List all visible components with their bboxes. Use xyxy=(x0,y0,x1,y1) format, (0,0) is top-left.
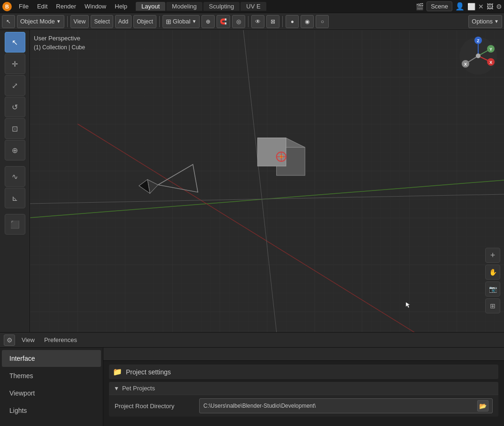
ortho-view-button[interactable]: ⊞ xyxy=(485,298,500,313)
svg-text:X: X xyxy=(464,62,467,67)
prefs-group-header[interactable]: ▼ Pet Projects xyxy=(109,382,498,395)
workspace-tabs: Layout Modeling Sculpting UV E xyxy=(136,2,266,11)
bottom-view-button[interactable]: View xyxy=(19,335,38,344)
prefs-scroll-top xyxy=(103,348,504,361)
sidebar-item-themes[interactable]: Themes xyxy=(2,367,101,384)
mode-select-icon[interactable]: ↖ xyxy=(2,15,15,28)
prefs-section-title: Project settings xyxy=(126,368,171,376)
navigation-gizmo[interactable]: Z Y X X xyxy=(457,35,499,77)
preferences-content: Interface Themes Viewport Lights 📁 Proje… xyxy=(0,348,504,426)
menu-file[interactable]: File xyxy=(15,2,32,11)
object-button[interactable]: Object xyxy=(133,15,156,28)
blender-logo-icon: B xyxy=(2,1,12,12)
dropdown-arrow-icon: ▼ xyxy=(56,19,61,24)
viewport[interactable]: User Perspective (1) Collection | Cube Z… xyxy=(30,30,504,332)
settings-icon[interactable]: ⚙ xyxy=(496,3,502,10)
global-label: Global xyxy=(173,18,191,25)
view-button[interactable]: View xyxy=(70,15,89,28)
project-root-label: Project Root Directory xyxy=(115,403,199,410)
tab-layout[interactable]: Layout xyxy=(136,2,165,11)
toolbar-bar: ↖ Object Mode ▼ View Select Add Object ⊞… xyxy=(0,13,504,30)
camera-view-button[interactable]: 📷 xyxy=(485,281,500,297)
tab-uv-editor[interactable]: UV E xyxy=(240,2,266,11)
collection-label: (1) Collection | Cube xyxy=(34,43,85,52)
separator-3 xyxy=(248,16,248,27)
transform-icon: ⊞ xyxy=(166,18,171,25)
shading-material-icon[interactable]: ◉ xyxy=(301,15,314,28)
sidebar-item-interface[interactable]: Interface xyxy=(2,350,101,367)
pan-button[interactable]: ✋ xyxy=(485,265,500,280)
top-menu-bar: B File Edit Render Window Help Layout Mo… xyxy=(0,0,504,13)
select-button[interactable]: Select xyxy=(91,15,113,28)
separator-1 xyxy=(67,16,68,27)
scene-name-icon: 🎬 xyxy=(416,3,424,10)
annotate-tool-button[interactable]: ∿ xyxy=(5,166,25,187)
overlay-icon[interactable]: 👁 xyxy=(251,15,264,28)
sidebar-item-viewport[interactable]: Viewport xyxy=(2,385,101,402)
menu-render[interactable]: Render xyxy=(52,2,80,11)
shading-render-icon[interactable]: ○ xyxy=(316,15,329,28)
cursor-tool-button[interactable]: ✛ xyxy=(5,53,25,74)
sidebar-item-lights[interactable]: Lights xyxy=(2,402,101,419)
prefs-gear-button[interactable]: ⚙ xyxy=(4,335,15,346)
perspective-label: User Perspective xyxy=(34,34,85,43)
viewport-info: User Perspective (1) Collection | Cube xyxy=(34,34,85,52)
folder-icon: 📁 xyxy=(113,367,122,376)
prefs-section-header[interactable]: 📁 Project settings xyxy=(109,365,498,379)
browse-folder-button[interactable]: 📂 xyxy=(477,400,488,411)
prefs-row-project-root: Project Root Directory C:\Users\nalbe\Bl… xyxy=(109,395,498,417)
project-root-path: C:\Users\nalbe\Blender-Studio\Developmen… xyxy=(203,403,316,409)
prefs-main: 📁 Project settings ▼ Pet Projects Projec… xyxy=(103,348,504,426)
svg-text:Y: Y xyxy=(489,47,492,52)
window-close-icon[interactable]: ✕ xyxy=(478,3,484,10)
proportional-edit-icon[interactable]: ◎ xyxy=(232,15,245,28)
user-icon: 👤 xyxy=(455,2,465,11)
menu-window[interactable]: Window xyxy=(81,2,110,11)
separator-2 xyxy=(159,16,160,27)
transform-global-dropdown[interactable]: ⊞ Global ▼ xyxy=(163,15,200,28)
move-tool-button[interactable]: ⤢ xyxy=(5,75,25,96)
scene-label[interactable]: Scene xyxy=(426,1,452,11)
menu-edit[interactable]: Edit xyxy=(33,2,51,11)
xray-icon[interactable]: ⊠ xyxy=(266,15,279,28)
prefs-sidebar: Interface Themes Viewport Lights xyxy=(0,348,103,426)
top-right-controls: 🎬 Scene 👤 ⬜ ✕ 🖼 ⚙ xyxy=(416,1,502,11)
render-icon: 🖼 xyxy=(487,3,493,10)
object-mode-dropdown[interactable]: Object Mode ▼ xyxy=(17,15,64,28)
options-container: Options ▼ xyxy=(468,15,502,28)
bottom-toolbar: ⚙ View Preferences xyxy=(0,333,504,348)
object-mode-label: Object Mode xyxy=(20,18,55,25)
window-maximize-icon[interactable]: ⬜ xyxy=(467,3,475,10)
menu-help[interactable]: Help xyxy=(111,2,131,11)
shading-solid-icon[interactable]: ● xyxy=(286,15,299,28)
tab-sculpting[interactable]: Sculpting xyxy=(203,2,240,11)
bottom-preferences-button[interactable]: Preferences xyxy=(41,335,80,344)
snap-icon[interactable]: 🧲 xyxy=(217,15,230,28)
rotate-tool-button[interactable]: ↺ xyxy=(5,97,25,117)
prefs-group-label: Pet Projects xyxy=(122,385,155,392)
chevron-down-icon: ▼ xyxy=(114,385,119,392)
left-tool-shelf: ↖ ✛ ⤢ ↺ ⊡ ⊕ ∿ ⊾ ⬛ xyxy=(0,30,30,332)
folder-browse-icon: 📂 xyxy=(479,403,487,410)
main-area: ↖ ✛ ⤢ ↺ ⊡ ⊕ ∿ ⊾ ⬛ xyxy=(0,30,504,332)
options-dropdown[interactable]: Options ▼ xyxy=(468,15,502,28)
scale-tool-button[interactable]: ⊡ xyxy=(5,118,25,139)
transform-tool-button[interactable]: ⊕ xyxy=(5,140,25,160)
prefs-group-pet-projects: ▼ Pet Projects Project Root Directory C:… xyxy=(109,382,498,417)
prefs-section-project: 📁 Project settings ▼ Pet Projects Projec… xyxy=(103,361,504,423)
global-arrow-icon: ▼ xyxy=(192,19,196,24)
add-cube-tool-button[interactable]: ⬛ xyxy=(5,214,25,235)
options-arrow-icon: ▼ xyxy=(494,19,499,24)
select-tool-button[interactable]: ↖ xyxy=(5,32,25,53)
svg-text:Z: Z xyxy=(477,38,480,43)
svg-text:B: B xyxy=(5,4,9,9)
measure-tool-button[interactable]: ⊾ xyxy=(5,188,25,208)
svg-rect-6 xyxy=(30,30,504,332)
tab-modeling[interactable]: Modeling xyxy=(166,2,202,11)
zoom-in-button[interactable]: + xyxy=(485,248,500,263)
separator-4 xyxy=(282,16,283,27)
pivot-icon[interactable]: ⊕ xyxy=(202,15,215,28)
viewport-grid xyxy=(30,30,504,332)
add-button[interactable]: Add xyxy=(115,15,132,28)
svg-text:X: X xyxy=(489,60,492,65)
